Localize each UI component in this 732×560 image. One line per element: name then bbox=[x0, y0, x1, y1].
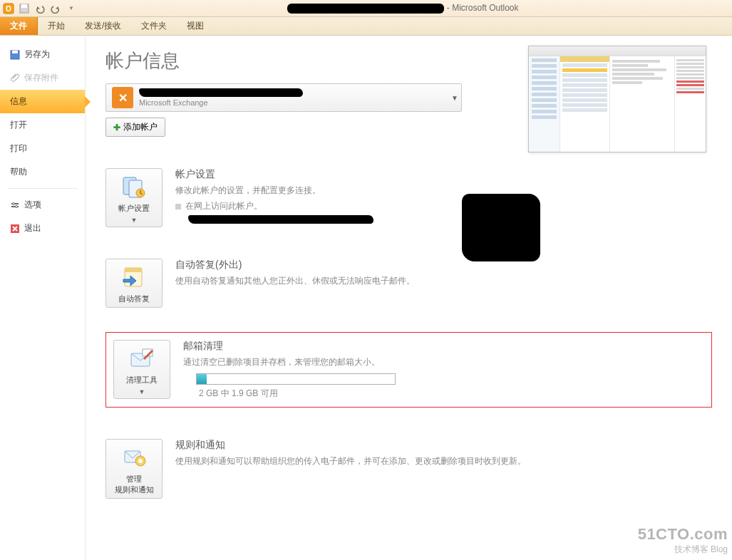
attachment-icon bbox=[10, 73, 20, 83]
svg-rect-5 bbox=[12, 51, 18, 53]
account-settings-button[interactable]: 帐户设置 ▼ bbox=[105, 168, 163, 227]
nav-save-as[interactable]: 另存为 bbox=[0, 43, 85, 66]
cleanup-title: 邮箱清理 bbox=[183, 340, 396, 353]
title-bar: O ▼ - Microsoft Outlook bbox=[0, 0, 732, 17]
chevron-down-icon: ▼ bbox=[448, 94, 461, 102]
outlook-icon[interactable]: O bbox=[3, 3, 14, 14]
auto-reply-button[interactable]: 自动答复 bbox=[105, 259, 163, 308]
section-mailbox-cleanup: 清理工具 ▼ 邮箱清理 通过清空已删除项目并存档，来管理您的邮箱大小。 2 GB… bbox=[105, 332, 712, 408]
chevron-down-icon: ▼ bbox=[117, 388, 167, 395]
watermark: 51CTO.com 技术博客 Blog bbox=[638, 525, 728, 556]
svg-point-9 bbox=[16, 205, 18, 207]
redacted-account-email bbox=[139, 88, 303, 97]
redacted-photo bbox=[462, 194, 540, 261]
section-account-settings: 帐户设置 ▼ 帐户设置 修改此帐户的设置，并配置更多连接。 在网上访问此帐户。 bbox=[105, 168, 712, 227]
chevron-down-icon: ▼ bbox=[109, 217, 159, 224]
cleanup-tools-button[interactable]: 清理工具 ▼ bbox=[113, 340, 170, 399]
rules-icon bbox=[120, 445, 148, 470]
svg-text:O: O bbox=[6, 5, 11, 13]
svg-point-8 bbox=[13, 202, 15, 204]
section-rules: 管理 规则和通知 规则和通知 使用规则和通知可以帮助组织您的传入电子邮件，并可在… bbox=[105, 439, 712, 499]
cleanup-desc: 通过清空已删除项目并存档，来管理您的邮箱大小。 bbox=[183, 356, 396, 369]
rules-title: 规则和通知 bbox=[175, 439, 526, 452]
nav-options[interactable]: 选项 bbox=[0, 193, 85, 217]
settings-bullet: 在网上访问此帐户。 bbox=[175, 200, 373, 212]
qat-dropdown-icon[interactable]: ▼ bbox=[66, 3, 77, 14]
ribbon-tabs: 文件 开始 发送/接收 文件夹 视图 bbox=[0, 17, 732, 36]
svg-point-20 bbox=[138, 459, 143, 463]
nav-save-attachments[interactable]: 保存附件 bbox=[0, 66, 85, 90]
plus-icon: ✚ bbox=[113, 123, 120, 133]
account-selector[interactable]: ✕ Microsoft Exchange ▼ bbox=[105, 83, 462, 112]
mailbox-quota-bar bbox=[196, 373, 396, 385]
section-auto-reply: 自动答复 自动答复(外出) 使用自动答复通知其他人您正外出、休假或无法响应电子邮… bbox=[105, 259, 712, 308]
settings-title: 帐户设置 bbox=[175, 168, 373, 181]
exit-icon bbox=[10, 224, 20, 234]
tab-send-receive[interactable]: 发送/接收 bbox=[75, 17, 131, 35]
settings-link-redacted[interactable] bbox=[188, 215, 373, 224]
bullet-icon bbox=[175, 204, 181, 209]
cleanup-icon bbox=[128, 346, 155, 370]
manage-rules-button[interactable]: 管理 规则和通知 bbox=[105, 439, 163, 499]
account-settings-icon bbox=[120, 175, 148, 199]
exchange-icon: ✕ bbox=[112, 87, 133, 108]
svg-rect-15 bbox=[125, 268, 142, 272]
tab-view[interactable]: 视图 bbox=[177, 17, 214, 35]
preview-thumbnail bbox=[528, 46, 706, 152]
auto-reply-icon bbox=[120, 265, 148, 289]
account-type-label: Microsoft Exchange bbox=[139, 98, 448, 107]
add-account-button[interactable]: ✚ 添加帐户 bbox=[105, 118, 165, 137]
save-as-icon bbox=[10, 50, 20, 60]
autoreply-title: 自动答复(外出) bbox=[175, 259, 415, 271]
options-icon bbox=[10, 200, 20, 210]
nav-separator bbox=[7, 188, 78, 189]
backstage-nav: 另存为 保存附件 信息 打开 打印 帮助 选项 退出 bbox=[0, 36, 86, 560]
tab-file[interactable]: 文件 bbox=[0, 17, 38, 35]
nav-info[interactable]: 信息 bbox=[0, 90, 85, 113]
svg-rect-3 bbox=[21, 4, 27, 8]
quota-text: 2 GB 中 1.9 GB 可用 bbox=[199, 388, 396, 400]
undo-icon[interactable] bbox=[34, 3, 46, 14]
settings-desc: 修改此帐户的设置，并配置更多连接。 bbox=[175, 184, 373, 197]
redacted-title bbox=[287, 4, 444, 14]
autoreply-desc: 使用自动答复通知其他人您正外出、休假或无法响应电子邮件。 bbox=[175, 274, 415, 288]
rules-desc: 使用规则和通知可以帮助组织您的传入电子邮件，并可在添加、更改或删除项目时收到更新… bbox=[175, 455, 526, 468]
window-title: - Microsoft Outlook bbox=[77, 3, 729, 14]
nav-exit[interactable]: 退出 bbox=[0, 217, 85, 240]
redo-icon[interactable] bbox=[50, 3, 61, 14]
quota-fill bbox=[197, 374, 207, 384]
save-icon[interactable] bbox=[19, 3, 30, 14]
quick-access-toolbar: O ▼ bbox=[3, 3, 77, 14]
tab-home[interactable]: 开始 bbox=[38, 17, 75, 35]
nav-open[interactable]: 打开 bbox=[0, 113, 85, 137]
nav-help[interactable]: 帮助 bbox=[0, 160, 85, 184]
tab-folder[interactable]: 文件夹 bbox=[131, 17, 177, 35]
nav-print[interactable]: 打印 bbox=[0, 137, 85, 160]
